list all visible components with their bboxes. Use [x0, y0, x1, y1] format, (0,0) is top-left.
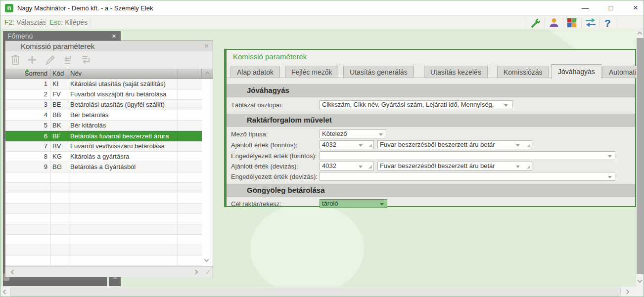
tab-utasítás-generálás[interactable]: Utasítás generálás — [343, 66, 414, 78]
table-row-empty[interactable] — [5, 224, 202, 235]
modules-icon[interactable] — [565, 17, 580, 29]
scroll-left-icon[interactable] — [3, 290, 8, 295]
column-header-kod[interactable]: Kód — [50, 69, 68, 79]
tab-jóváhagyás[interactable]: Jóváhagyás — [552, 64, 601, 79]
table-cell — [178, 110, 202, 120]
form-row: Mező típusa: Kötelező — [227, 129, 635, 138]
confirm-check-icon[interactable]: ✓ — [205, 268, 211, 277]
suggested-fx-name-combo[interactable]: Fuvar beszerzésből beszerzett áru betár — [377, 162, 532, 170]
suggested-fx-code-combo[interactable]: 4032 — [320, 162, 374, 170]
table-scroll-up[interactable] — [202, 69, 213, 79]
column-header-nev[interactable]: Név — [68, 69, 178, 79]
table-vertical-scrollbar[interactable] — [202, 79, 213, 266]
suggested-huf-code-combo[interactable]: 4032 — [320, 140, 374, 149]
table-cell — [178, 172, 202, 182]
user-icon[interactable] — [548, 17, 562, 29]
table-cell — [5, 245, 50, 255]
allowed-fx-select[interactable] — [320, 172, 615, 181]
table-row[interactable]: 1KIKitárolási utasítás (saját szállítás) — [5, 79, 202, 89]
tab-alap-adatok[interactable]: Alap adatok — [230, 66, 280, 78]
table-cell — [50, 193, 68, 203]
table-row[interactable]: 3BEBetárolási utasítás (ügyfél szállít) — [5, 100, 202, 110]
close-button[interactable]: × — [625, 2, 644, 13]
suggested-huf-name-combo[interactable]: Fuvar beszerzésből beszerzett áru betár — [377, 140, 532, 149]
tab-utasítás-kezelés[interactable]: Utasítás kezelés — [424, 66, 488, 78]
scroll-down-icon[interactable] — [638, 278, 643, 283]
allowed-huf-select[interactable] — [320, 151, 615, 160]
help-icon[interactable]: ? — [604, 17, 611, 29]
table-row[interactable]: 5BKBér kitárolás — [5, 121, 202, 131]
field-label: Cél raktár/rekesz: — [231, 200, 281, 208]
separator — [563, 18, 563, 28]
table-row[interactable]: 9BGBetárolás a Gyártásból — [5, 162, 202, 172]
column-header-sorrend[interactable]: Sorrend — [5, 69, 50, 79]
scrollbar-corner-grip[interactable] — [636, 287, 644, 297]
panel-header: Komissió paraméterek — [227, 50, 635, 64]
table-row-empty[interactable] — [5, 172, 202, 183]
table-row[interactable]: 7BVFuvarról vevővisszáru betárolása — [5, 141, 202, 152]
table-cell: KG — [50, 152, 68, 162]
tab-komissiózás[interactable]: Komissiózás — [497, 66, 549, 78]
table-row[interactable]: 4BBBér betárolás — [5, 110, 202, 121]
table-cell: BV — [50, 141, 68, 151]
shortcut-label: Kilépés — [65, 18, 88, 26]
horizontal-scrollbar-thumb[interactable] — [10, 288, 621, 297]
add-icon[interactable] — [26, 54, 39, 67]
table-cell: Betárolás fuvarral beszerzett árura — [68, 131, 178, 141]
table-cell: 5 — [5, 121, 50, 130]
menu-item-valasztas[interactable]: F2: Választás — [4, 18, 46, 26]
maximize-button[interactable]: □ — [600, 2, 622, 13]
table-row-empty[interactable] — [5, 245, 202, 255]
vertical-scrollbar-thumb[interactable] — [637, 38, 644, 274]
table-row-empty[interactable] — [5, 235, 202, 245]
table-columns-select[interactable]: Cikkszám, Cikk név, Gyártási szám, Lejár… — [320, 100, 512, 109]
scroll-up-icon[interactable] — [638, 32, 643, 37]
table-row-empty[interactable] — [5, 204, 202, 214]
fomenu-item-listak[interactable]: Listák — [3, 277, 121, 286]
table-row[interactable]: 2FVFuvarból visszajött áru betárolása — [5, 89, 202, 100]
table-row[interactable]: 6BFBetárolás fuvarral beszerzett árura — [5, 131, 202, 141]
scroll-left-icon[interactable] — [11, 270, 16, 275]
form-row: Táblázat oszlopai: Cikkszám, Cikk név, G… — [227, 100, 635, 109]
subwindow-titlebar[interactable]: Komissió paraméterek × — [5, 41, 213, 51]
table-cell — [178, 131, 202, 141]
vertical-scrollbar[interactable] — [636, 29, 644, 287]
menu-item-kilepes[interactable]: Esc: Kilépés — [49, 18, 88, 26]
fomenu-close-icon[interactable]: × — [112, 32, 116, 40]
table-row-empty[interactable] — [5, 183, 202, 193]
table-row-empty[interactable] — [5, 214, 202, 224]
table-cell — [68, 193, 178, 203]
export-icon[interactable] — [80, 54, 92, 67]
panel-content: Jóváhagyás Táblázat oszlopai: Cikkszám, … — [227, 78, 635, 207]
horizontal-scrollbar[interactable] — [0, 287, 636, 297]
shortcut-bar: F2: Választás Esc: Kilépés ? — [0, 15, 644, 29]
minimize-button[interactable]: — — [574, 2, 596, 13]
sync-arrows-icon[interactable] — [584, 17, 598, 29]
table-header[interactable]: Sorrend Kód Név — [5, 69, 213, 79]
table-row-empty[interactable] — [5, 193, 202, 204]
import-icon[interactable] — [62, 54, 75, 67]
scroll-right-icon[interactable] — [625, 290, 630, 295]
tab-fejléc-mezők[interactable]: Fejléc mezők — [285, 66, 338, 78]
edit-icon[interactable] — [44, 54, 57, 67]
table-cell — [50, 172, 68, 182]
table-row[interactable]: 8KGKitárolás a gyártásra — [5, 152, 202, 162]
field-label: Mező típusa: — [231, 130, 268, 138]
field-type-select[interactable]: Kötelező — [320, 129, 386, 138]
subwindow-close-icon[interactable]: × — [204, 42, 209, 50]
wrench-icon[interactable] — [528, 17, 543, 29]
scroll-right-icon[interactable] — [193, 270, 198, 275]
komissio-detail-panel: Komissió paraméterek Alap adatokFejléc m… — [224, 49, 636, 207]
table-cell: BB — [50, 110, 68, 120]
table-row-empty[interactable] — [5, 255, 202, 266]
delete-icon[interactable] — [9, 54, 22, 67]
fomenu-titlebar[interactable]: Főmenü × — [3, 31, 121, 41]
table-scroll-down-icon[interactable] — [204, 257, 209, 262]
target-warehouse-select[interactable]: tároló — [320, 199, 387, 208]
chevron-down-icon — [608, 176, 612, 178]
form-row: Engedélyezett érték (forintos): — [227, 151, 635, 160]
table-cell — [178, 79, 202, 89]
table-cell — [178, 152, 202, 162]
table-cell: Betárolás a Gyártásból — [68, 162, 178, 172]
subwindow-bottom-bar: ✓ — [5, 266, 213, 277]
